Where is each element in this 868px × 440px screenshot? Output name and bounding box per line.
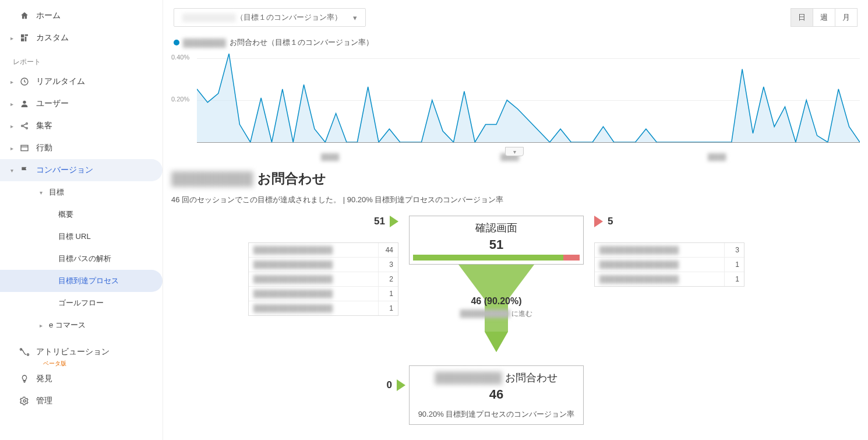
nav-goal-url[interactable]: 目標 URL [0, 226, 163, 248]
nav-acquisition-label: 集客 [31, 121, 52, 131]
path-icon [17, 347, 31, 357]
svg-point-12 [23, 400, 26, 402]
nav-user[interactable]: ▸ ユーザー [0, 93, 163, 115]
step1-in: 51 [248, 216, 398, 227]
flag-icon [17, 166, 31, 175]
nav-discover[interactable]: 発見 [0, 368, 163, 390]
chevron-right-icon: ▸ [40, 322, 45, 329]
nav-conversions-label: コンバージョン [31, 165, 93, 175]
funnel-through-label: 46 (90.20%) [471, 296, 521, 307]
chevron-right-icon: ▸ [10, 123, 16, 129]
share-icon [17, 121, 31, 131]
svg-point-6 [22, 125, 23, 127]
svg-point-11 [27, 354, 29, 355]
step2-in-value: 0 [387, 379, 392, 391]
period-day[interactable]: 日 [791, 9, 813, 26]
nav-goal-flow[interactable]: ゴールフロー [0, 292, 163, 314]
chevron-right-icon: ▸ [10, 35, 16, 41]
chevron-down-icon: ▾ [10, 167, 16, 174]
nav-goals[interactable]: ▾ 目標 [0, 181, 163, 203]
arrow-right-icon [397, 379, 405, 391]
funnel-shape-icon [453, 265, 540, 352]
table-row: ████████████████1 [249, 301, 398, 315]
funnel-through-sub: ██████████ に進む [460, 309, 532, 319]
nav-conversions[interactable]: ▾ コンバージョン [0, 159, 163, 181]
nav-acquisition[interactable]: ▸ 集客 [0, 115, 163, 137]
legend-blurred: ████████ [183, 38, 226, 47]
chevron-right-icon: ▸ [10, 145, 16, 152]
table-row: ████████████████2 [249, 272, 398, 286]
bar-green [413, 255, 563, 261]
clock-icon [17, 77, 31, 86]
step2-count: 46 [410, 386, 583, 404]
beta-badge: ベータ版 [0, 360, 163, 368]
arrow-right-icon [390, 216, 398, 227]
period-buttons: 日 週 月 [791, 8, 858, 27]
nav-goal-overview[interactable]: 概要 [0, 203, 163, 226]
nav-behavior-label: 行動 [31, 143, 52, 153]
period-month[interactable]: 月 [835, 9, 857, 26]
step1-out: 5 [594, 216, 744, 227]
nav-custom[interactable]: ▸ カスタム [0, 27, 163, 49]
step1-out-value: 5 [608, 216, 613, 227]
nav-admin-label: 管理 [31, 396, 52, 406]
step2-in: 0 [359, 379, 405, 391]
svg-rect-9 [21, 145, 28, 150]
headline-title: お問合わせ [257, 170, 326, 188]
funnel-step-1: 確認画面 51 [409, 216, 584, 265]
nav-goal-funnel-label: 目標到達プロセス [58, 276, 119, 286]
legend-dot-icon [174, 40, 179, 45]
step2-meta: 90.20% 目標到達プロセスのコンバージョン率 [410, 404, 583, 424]
main-content: ██████████ （目標１のコンバージョン率） ▾ 日 週 月 ██████… [163, 0, 868, 440]
period-week[interactable]: 週 [813, 9, 835, 26]
report-subline: 46 回のセッションでこの目標が達成されました。 | 90.20% 目標到達プロ… [169, 192, 862, 216]
funnel-visualization: 51 ████████████████44████████████████3██… [169, 216, 862, 425]
nav-home[interactable]: ホーム [0, 5, 163, 27]
nav-ecommerce[interactable]: ▸ e コマース [0, 314, 163, 336]
svg-rect-3 [21, 38, 24, 41]
dashboard-icon [17, 33, 31, 43]
metric-blurred: ██████████ [182, 13, 236, 22]
ytick-1: 0.20% [171, 96, 189, 103]
nav-user-label: ユーザー [31, 98, 69, 109]
lightbulb-icon [17, 374, 31, 383]
nav-attribution-label: アトリビューション [31, 347, 110, 357]
xlabel-blur-1: ████ [321, 153, 339, 160]
nav-custom-label: カスタム [31, 33, 69, 43]
funnel-center: 確認画面 51 46 (90.20%) ██████████ に進む [409, 216, 584, 425]
svg-point-8 [26, 128, 28, 129]
nav-admin[interactable]: 管理 [0, 390, 163, 412]
step1-title: 確認画面 [475, 221, 517, 235]
sidebar: ホーム ▸ カスタム レポート ▸ リアルタイム ▸ ユーザー ▸ [0, 0, 163, 440]
step1-in-value: 51 [374, 216, 385, 227]
metric-selector[interactable]: ██████████ （目標１のコンバージョン率） ▾ [174, 8, 366, 27]
table-row: ████████████████1 [595, 272, 744, 286]
nav-behavior[interactable]: ▸ 行動 [0, 137, 163, 159]
table-row: ████████████████3 [249, 257, 398, 272]
metric-label: （目標１のコンバージョン率） [236, 12, 342, 23]
funnel-sub-blur: ██████████ [460, 309, 510, 318]
chevron-down-icon: ▾ [353, 13, 357, 22]
home-icon [17, 11, 31, 20]
gear-icon [17, 396, 31, 406]
nav-goal-path[interactable]: 目標パスの解析 [0, 248, 163, 270]
conversion-chart: 0.40% 0.20% ████ ████ ████ ▾ [169, 54, 860, 150]
table-row: ████████████████1 [249, 286, 398, 301]
svg-rect-1 [25, 34, 28, 36]
step2-title: お問合わせ [505, 371, 558, 385]
xlabel-blur-3: ████ [708, 153, 726, 160]
nav-goal-funnel[interactable]: 目標到達プロセス [0, 270, 163, 292]
nav-ecommerce-label: e コマース [47, 320, 86, 330]
step1-count: 51 [410, 236, 583, 255]
arrow-right-red-icon [594, 216, 603, 227]
nav-realtime-label: リアルタイム [31, 76, 85, 87]
reports-heading: レポート [0, 49, 163, 71]
chart-collapse-handle[interactable]: ▾ [505, 147, 524, 156]
nav-goal-url-label: 目標 URL [58, 231, 91, 242]
headline-blurred: █████████ [171, 171, 253, 186]
chevron-down-icon: ▾ [40, 189, 45, 196]
legend-label: お問合わせ（目標１のコンバージョン率） [230, 37, 373, 48]
nav-realtime[interactable]: ▸ リアルタイム [0, 71, 163, 93]
nav-home-label: ホーム [31, 10, 61, 21]
person-icon [17, 99, 31, 108]
